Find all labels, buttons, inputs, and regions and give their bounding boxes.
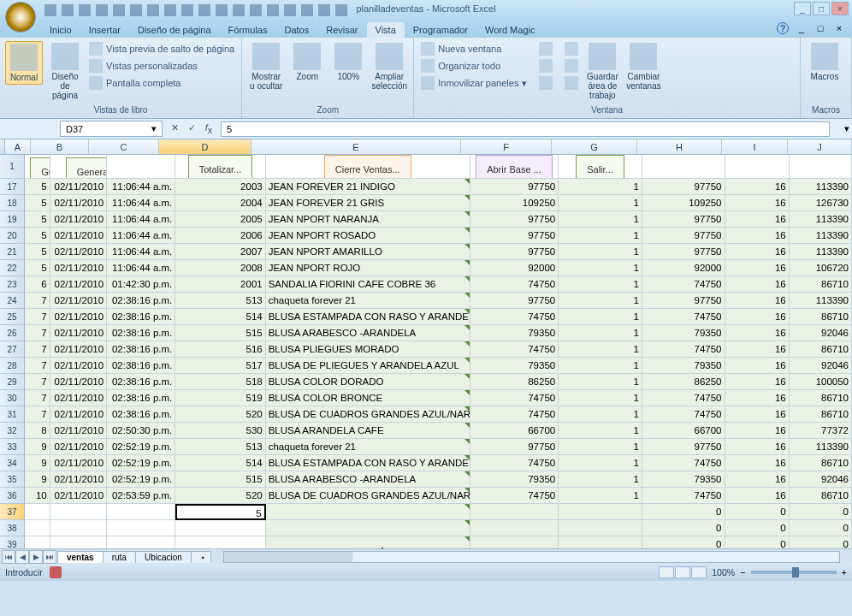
cell[interactable]: 02:53:59 p.m.	[107, 488, 175, 504]
cell[interactable]: 1	[559, 406, 642, 423]
cell[interactable]: 0	[642, 504, 725, 520]
cell[interactable]: 2004	[175, 195, 265, 211]
macros-button[interactable]: Macros	[806, 41, 843, 83]
cell[interactable]: 92046	[790, 471, 852, 488]
hide-item[interactable]	[537, 58, 554, 74]
zoom-percent[interactable]: 100%	[712, 567, 735, 578]
cell[interactable]: 97750	[642, 179, 725, 195]
cell[interactable]: 16	[725, 228, 790, 244]
abrir-base-button[interactable]: Abrir Base ...	[476, 155, 553, 179]
cell[interactable]: 97750	[642, 439, 725, 455]
cell[interactable]: 7	[25, 325, 50, 341]
row-header[interactable]: 30	[0, 390, 25, 406]
cell[interactable]	[25, 504, 50, 520]
cell[interactable]: 5	[25, 244, 50, 260]
cell[interactable]: 16	[725, 439, 790, 455]
cell[interactable]: 16	[725, 455, 790, 471]
new-sheet-button[interactable]: ⋆	[191, 551, 211, 563]
cell[interactable]: JEAN NPORT ROSADO	[266, 228, 470, 244]
cell[interactable]: 02/11/2010	[50, 390, 107, 406]
cell[interactable]: 02:52:19 p.m.	[107, 471, 175, 488]
cell[interactable]	[470, 504, 559, 520]
cell[interactable]: 16	[725, 423, 790, 439]
cell[interactable]: 11:06:44 a.m.	[107, 244, 175, 260]
cell[interactable]: 513	[175, 293, 265, 309]
cell[interactable]: 113390	[790, 228, 852, 244]
cell[interactable]: 1	[559, 179, 642, 195]
qat-icon[interactable]	[198, 4, 210, 16]
cell[interactable]: 6	[25, 276, 50, 293]
cell[interactable]: 79350	[470, 325, 559, 341]
cell[interactable]: 97750	[642, 228, 725, 244]
cell[interactable]: 1	[559, 488, 642, 504]
zoom-selection-button[interactable]: Ampliar selección	[370, 41, 408, 92]
cell[interactable]: 0	[725, 536, 790, 548]
cell[interactable]: BLUSA ESTAMPADA CON RASO Y ARANDE	[266, 455, 470, 471]
cell[interactable]: 74750	[470, 406, 559, 423]
cell[interactable]: 16	[725, 406, 790, 423]
sync-item[interactable]	[563, 41, 580, 56]
cell[interactable]: 92000	[642, 260, 725, 276]
row-header[interactable]: 20	[0, 228, 25, 244]
spreadsheet-grid[interactable]: 1Guardar...Generar...Totalizar...Cierre …	[0, 155, 852, 548]
totalizar-button[interactable]: Totalizar...	[188, 155, 253, 179]
cell[interactable]: 02/11/2010	[50, 325, 107, 341]
cell[interactable]: Salir...	[559, 155, 642, 179]
cell[interactable]: 7	[25, 406, 50, 423]
cell[interactable]: 74750	[470, 309, 559, 325]
qat-icon[interactable]	[284, 4, 296, 16]
cell[interactable]: 515	[175, 471, 265, 488]
cell[interactable]: 0	[642, 520, 725, 536]
custom-views-item[interactable]: Vistas personalizadas	[87, 58, 236, 74]
save-icon[interactable]	[44, 4, 56, 16]
expand-formula-icon[interactable]: ▾	[842, 123, 852, 134]
column-header-G[interactable]: G	[552, 139, 637, 154]
cell[interactable]: 79350	[470, 471, 559, 488]
cell[interactable]	[175, 536, 265, 548]
sync-item[interactable]	[563, 75, 580, 91]
cell[interactable]: BLUSA ARANDELA CAFE	[266, 423, 470, 439]
freeze-panes-item[interactable]: Inmovilizar paneles▾	[419, 75, 529, 91]
cell[interactable]: 0	[642, 536, 725, 548]
cell[interactable]: 02:52:19 p.m.	[107, 439, 175, 455]
cell[interactable]: 86710	[790, 341, 852, 358]
cell[interactable]: 16	[725, 276, 790, 293]
help-icon[interactable]: ?	[777, 22, 789, 34]
column-header-F[interactable]: F	[461, 139, 552, 154]
cell[interactable]: 9	[25, 455, 50, 471]
cell[interactable]: 74750	[642, 455, 725, 471]
cell[interactable]: 7	[25, 309, 50, 325]
cell[interactable]: 1	[559, 293, 642, 309]
horizontal-scrollbar[interactable]	[223, 551, 840, 563]
cell[interactable]	[50, 504, 107, 520]
cell[interactable]: 97750	[470, 293, 559, 309]
cell[interactable]: 16	[725, 358, 790, 374]
cell[interactable]: Guardar...	[25, 155, 50, 179]
ribbon-tab-programador[interactable]: Programador	[405, 22, 476, 38]
minimize-button[interactable]: _	[794, 2, 811, 15]
cell[interactable]: 01:42:30 p.m.	[107, 276, 175, 293]
cell[interactable]: 1	[559, 341, 642, 358]
zoom-button[interactable]: Zoom	[288, 41, 326, 83]
cell[interactable]: 530	[175, 423, 265, 439]
cell[interactable]: 113390	[790, 244, 852, 260]
cell[interactable]: 86710	[790, 406, 852, 423]
cell[interactable]: 100050	[790, 374, 852, 390]
cell[interactable]: 1	[559, 358, 642, 374]
qat-icon[interactable]	[233, 4, 245, 16]
qat-icon[interactable]	[164, 4, 176, 16]
cell[interactable]: 1	[559, 244, 642, 260]
cell[interactable]: 1	[559, 309, 642, 325]
cell[interactable]: 113390	[790, 293, 852, 309]
cell[interactable]	[266, 520, 470, 536]
cell[interactable]: 2007	[175, 244, 265, 260]
cell[interactable]: 7	[25, 293, 50, 309]
cell[interactable]: 2006	[175, 228, 265, 244]
cell[interactable]: 02:38:16 p.m.	[107, 293, 175, 309]
cell[interactable]: SANDALIA FIORINI CAFE COBRE 36	[266, 276, 470, 293]
cell[interactable]: 16	[725, 195, 790, 211]
row-header[interactable]: 19	[0, 211, 25, 228]
column-header-D[interactable]: D	[159, 139, 251, 154]
ribbon-tab-diseño-de-página[interactable]: Diseño de página	[129, 22, 220, 38]
cell[interactable]: 02/11/2010	[50, 309, 107, 325]
